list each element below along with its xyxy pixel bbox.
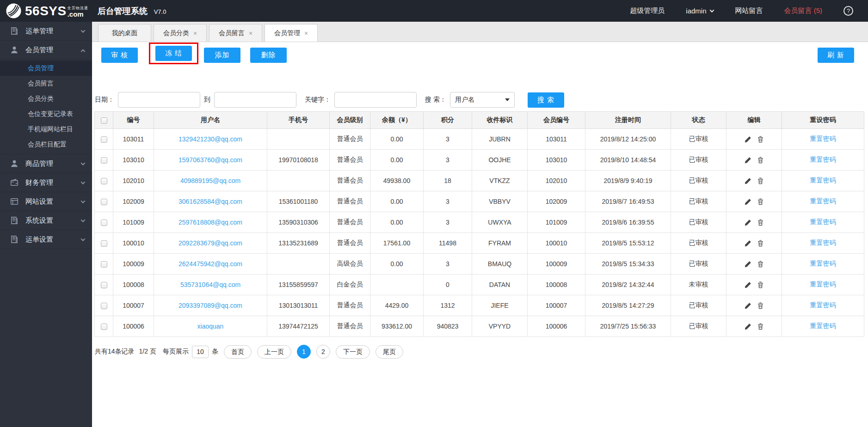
username-link[interactable]: 2093397089@qq.com: [179, 302, 242, 309]
reset-password-link[interactable]: 重置密码: [810, 156, 836, 163]
date-to-input[interactable]: [214, 92, 296, 108]
sidebar-item-system-settings[interactable]: 系统设置: [0, 211, 92, 230]
delete-trash-icon[interactable]: [757, 219, 764, 226]
search-type-select[interactable]: 用户名: [450, 92, 515, 108]
app-title: 后台管理系统: [98, 6, 148, 17]
reset-password-link[interactable]: 重置密码: [810, 322, 836, 329]
close-icon[interactable]: ×: [249, 30, 252, 37]
username-link[interactable]: xiaoquan: [197, 323, 224, 330]
reset-password-link[interactable]: 重置密码: [810, 197, 836, 205]
tab-my-desktop[interactable]: 我的桌面: [98, 24, 151, 42]
freeze-button[interactable]: 冻 结: [155, 46, 192, 61]
row-checkbox[interactable]: [101, 157, 107, 164]
row-checkbox[interactable]: [101, 261, 107, 268]
sidebar-subitem-member-column-config[interactable]: 会员栏目配置: [0, 137, 92, 152]
per-page-unit: 条: [212, 348, 218, 356]
delete-trash-icon[interactable]: [757, 136, 764, 143]
delete-trash-icon[interactable]: [757, 240, 764, 247]
tab-member-mgmt[interactable]: 会员管理 ×: [265, 24, 318, 42]
edit-pencil-icon[interactable]: [745, 323, 751, 330]
sidebar-subitem-storage-change-log[interactable]: 仓位变更记录表: [0, 106, 92, 122]
edit-pencil-icon[interactable]: [745, 219, 751, 226]
username-link[interactable]: 3061628584@qq.com: [179, 198, 242, 205]
reset-password-link[interactable]: 重置密码: [810, 301, 836, 309]
row-checkbox[interactable]: [101, 323, 107, 330]
reset-password-link[interactable]: 重置密码: [810, 281, 836, 288]
cell-points: 18: [424, 171, 472, 191]
edit-pencil-icon[interactable]: [745, 157, 751, 164]
edit-pencil-icon[interactable]: [745, 177, 751, 184]
edit-pencil-icon[interactable]: [745, 240, 751, 247]
delete-trash-icon[interactable]: [757, 157, 764, 164]
row-checkbox[interactable]: [101, 303, 107, 309]
delete-trash-icon[interactable]: [757, 177, 764, 184]
row-checkbox[interactable]: [101, 136, 107, 143]
site-messages-link[interactable]: 网站留言: [735, 6, 763, 15]
keyword-label: 关键字：: [305, 96, 331, 104]
first-page-button[interactable]: 首页: [224, 345, 252, 359]
edit-pencil-icon[interactable]: [745, 198, 751, 205]
delete-trash-icon[interactable]: [757, 302, 764, 309]
sidebar-item-waybill-mgmt[interactable]: 运单管理: [0, 22, 92, 41]
edit-pencil-icon[interactable]: [745, 261, 751, 268]
cell-registered: 2019/8/5 14:27:29: [585, 295, 671, 316]
search-button[interactable]: 搜 索: [528, 92, 564, 108]
reset-password-link[interactable]: 重置密码: [810, 135, 836, 142]
table-row: 100007 2093397089@qq.com 13013013011 普通会…: [95, 295, 864, 316]
username-link[interactable]: 535731064@qq.com: [180, 281, 240, 288]
row-checkbox[interactable]: [101, 220, 107, 226]
sidebar-item-site-settings[interactable]: 网站设置: [0, 192, 92, 211]
username-link[interactable]: 2092283679@qq.com: [179, 239, 242, 247]
delete-trash-icon[interactable]: [757, 281, 764, 288]
close-icon[interactable]: ×: [304, 30, 308, 37]
row-checkbox[interactable]: [101, 199, 107, 205]
page-number-2[interactable]: 2: [316, 345, 330, 359]
edit-pencil-icon[interactable]: [745, 302, 751, 309]
cell-phone: 13135231689: [267, 233, 330, 254]
sidebar-item-product-mgmt[interactable]: 商品管理: [0, 154, 92, 173]
sidebar-subitem-member-categories[interactable]: 会员分类: [0, 91, 92, 106]
member-messages-link[interactable]: 会员留言 (5): [784, 6, 822, 15]
refresh-button[interactable]: 刷 新: [818, 48, 854, 63]
tab-member-categories[interactable]: 会员分类 ×: [154, 24, 207, 42]
edit-pencil-icon[interactable]: [745, 136, 751, 143]
add-button[interactable]: 添加: [204, 48, 240, 63]
reset-password-link[interactable]: 重置密码: [810, 260, 836, 267]
reset-password-link[interactable]: 重置密码: [810, 218, 836, 226]
username-link[interactable]: 1597063760@qq.com: [179, 156, 242, 164]
audit-button[interactable]: 审 核: [101, 48, 138, 63]
reset-password-link[interactable]: 重置密码: [810, 177, 836, 184]
delete-trash-icon[interactable]: [757, 261, 764, 268]
next-page-button[interactable]: 下一页: [336, 345, 370, 359]
delete-button[interactable]: 删除: [250, 48, 287, 63]
close-icon[interactable]: ×: [193, 30, 197, 37]
page-number-1[interactable]: 1: [297, 345, 311, 359]
username-link[interactable]: 2624475942@qq.com: [179, 260, 242, 268]
sidebar-item-member-mgmt[interactable]: 会员管理: [0, 41, 92, 60]
sidebar-subitem-member-mgmt[interactable]: 会员管理: [0, 61, 92, 76]
select-all-checkbox[interactable]: [101, 117, 107, 124]
col-header-username: 用户名: [154, 112, 267, 129]
delete-trash-icon[interactable]: [757, 198, 764, 205]
reset-password-link[interactable]: 重置密码: [810, 239, 836, 246]
row-checkbox[interactable]: [101, 240, 107, 247]
edit-pencil-icon[interactable]: [745, 281, 751, 288]
row-checkbox[interactable]: [101, 282, 107, 288]
sidebar-subitem-mobile-site-columns[interactable]: 手机端网站栏目: [0, 122, 92, 137]
username-link[interactable]: 2597618808@qq.com: [179, 219, 242, 226]
username-link[interactable]: 1329421230@qq.com: [179, 135, 242, 143]
per-page-input[interactable]: [192, 346, 209, 358]
user-menu[interactable]: iadmin: [686, 7, 714, 15]
date-from-input[interactable]: [118, 92, 200, 108]
prev-page-button[interactable]: 上一页: [257, 345, 291, 359]
delete-trash-icon[interactable]: [757, 323, 764, 330]
username-link[interactable]: 409889195@qq.com: [180, 177, 240, 184]
row-checkbox[interactable]: [101, 178, 107, 184]
sidebar-subitem-member-messages[interactable]: 会员留言: [0, 76, 92, 91]
last-page-button[interactable]: 尾页: [376, 345, 403, 359]
sidebar-item-finance-mgmt[interactable]: 财务管理: [0, 173, 92, 192]
keyword-input[interactable]: [334, 92, 417, 108]
sidebar-item-waybill-settings[interactable]: 运单设置: [0, 230, 92, 249]
tab-member-messages[interactable]: 会员留言 ×: [209, 24, 262, 42]
help-icon[interactable]: ?: [843, 6, 853, 16]
